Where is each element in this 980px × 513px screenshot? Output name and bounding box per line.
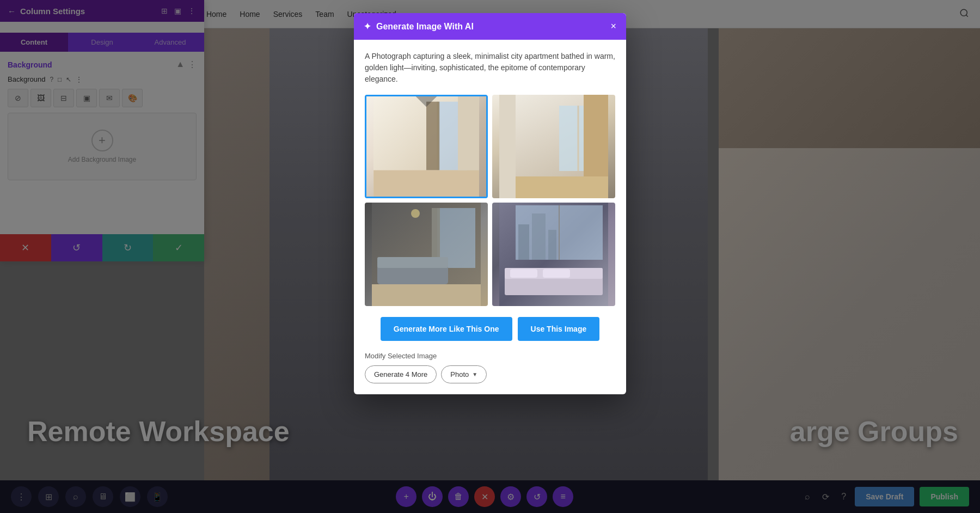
svg-rect-9 [458,96,479,170]
modify-controls: Generate 4 More Photo ▼ [365,365,615,383]
image-cell-2[interactable] [492,95,615,198]
image-cell-1[interactable] [365,95,488,198]
image-4 [492,203,615,306]
svg-rect-8 [373,170,479,197]
image-cell-4[interactable] [492,203,615,306]
svg-rect-30 [548,230,556,260]
photo-select[interactable]: Photo ▼ [441,365,487,383]
image-cell-3[interactable] [365,203,488,306]
action-buttons: Generate More Like This One Use This Ima… [365,317,615,341]
generate-image-modal: ✦ Generate Image With AI × A Photograph … [354,13,626,394]
modal-close-button[interactable]: × [610,21,616,32]
image-grid [365,95,615,306]
modal-header: ✦ Generate Image With AI × [354,13,626,40]
svg-rect-29 [532,213,546,260]
image-2 [492,95,615,198]
svg-rect-16 [499,95,516,198]
chevron-down-icon: ▼ [472,371,477,377]
svg-rect-28 [518,224,529,260]
svg-rect-7 [426,102,439,170]
svg-point-24 [411,209,420,218]
magic-icon: ✦ [364,21,371,32]
svg-rect-23 [372,284,481,306]
modal-body: A Photograph capturing a sleek, minimali… [354,40,626,394]
generate-more-button[interactable]: Generate More Like This One [381,317,512,341]
generate-4-button[interactable]: Generate 4 More [365,365,437,383]
modal-title: Generate Image With AI [376,22,474,32]
modify-section: Modify Selected Image Generate 4 More Ph… [365,352,615,383]
modal-title-container: ✦ Generate Image With AI [364,21,474,32]
image-3 [365,203,488,306]
svg-rect-34 [543,269,570,278]
use-image-button[interactable]: Use This Image [518,317,600,341]
modal-description: A Photograph capturing a sleek, minimali… [365,51,615,85]
svg-rect-22 [377,257,448,268]
image-1 [366,96,486,197]
svg-rect-33 [510,269,537,278]
photo-select-label: Photo [450,370,469,378]
modify-label: Modify Selected Image [365,352,615,360]
